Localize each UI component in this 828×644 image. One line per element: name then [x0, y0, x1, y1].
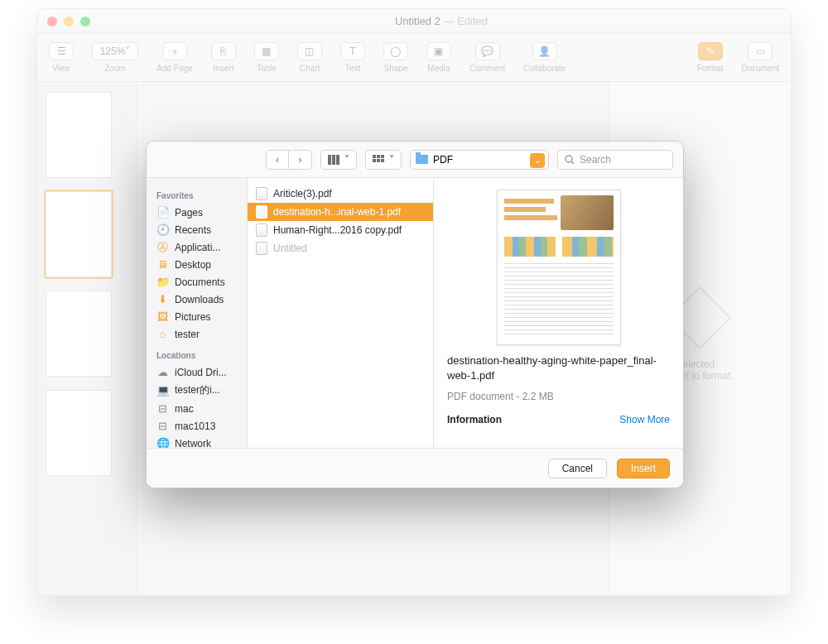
svg-point-9 — [566, 156, 572, 162]
sidebar-item-computer[interactable]: 💻tester的i... — [153, 381, 240, 400]
svg-rect-6 — [373, 159, 376, 162]
preview-meta: PDF document - 2.2 MB — [447, 391, 670, 402]
add-page-button[interactable]: ＋Add Page — [156, 42, 193, 73]
page-thumb-1[interactable]: 1 — [46, 92, 112, 178]
svg-rect-0 — [328, 155, 331, 165]
media-button[interactable]: ▣Media — [426, 42, 451, 73]
preview-thumbnail — [497, 190, 621, 345]
window-controls — [47, 17, 90, 26]
sidebar-item-desktop[interactable]: 🖥Desktop — [153, 256, 240, 273]
page-thumbnails[interactable]: 1 2 3 4 — [37, 82, 137, 595]
file-row[interactable]: Human-Right...2016 copy.pdf — [248, 221, 433, 239]
downloads-icon: ⬇ — [156, 293, 169, 305]
text-button[interactable]: TText — [340, 42, 365, 73]
search-icon — [565, 155, 575, 165]
cloud-icon: ☁ — [156, 366, 169, 378]
laptop-icon: 💻 — [156, 384, 169, 396]
titlebar: Untitled 2 — Edited — [37, 9, 791, 34]
file-chooser-toolbar: ‹ › ˅ ˅ PDF ⌄ Search — [147, 142, 683, 178]
preview-info-label: Information — [447, 414, 502, 425]
insert-button[interactable]: ⎘Insert — [211, 42, 236, 73]
zoom-window-button[interactable] — [80, 17, 90, 26]
sidebar-item-mac1013[interactable]: ⊟mac1013 — [153, 417, 240, 435]
back-button[interactable]: ‹ — [266, 150, 289, 170]
chevron-down-icon: ˅ — [389, 154, 394, 166]
file-row-selected[interactable]: destination-h...inal-web-1.pdf — [248, 203, 433, 221]
svg-rect-3 — [373, 155, 376, 158]
svg-rect-5 — [381, 155, 384, 158]
pages-icon: 📄 — [156, 206, 169, 219]
table-button[interactable]: ▦Table — [254, 42, 279, 73]
forward-button[interactable]: › — [289, 150, 312, 170]
sidebar-item-recents[interactable]: 🕘Recents — [153, 221, 240, 238]
file-chooser-footer: Cancel Insert — [147, 448, 683, 488]
zoom-dropdown[interactable]: 125% ˅Zoom — [92, 42, 138, 73]
page-thumb-2[interactable]: 2 — [46, 191, 112, 277]
search-placeholder: Search — [580, 154, 611, 166]
dropdown-chevron-icon: ⌄ — [530, 153, 545, 168]
sidebar-item-network[interactable]: 🌐Network — [153, 435, 240, 448]
svg-line-10 — [571, 161, 574, 164]
page-thumb-3[interactable]: 3 — [46, 291, 112, 377]
document-button[interactable]: ▭Document — [741, 42, 779, 73]
locations-header: Locations — [156, 351, 240, 360]
minimize-window-button[interactable] — [64, 17, 74, 26]
file-chooser-sidebar: Favorites 📄Pages 🕘Recents ⒶApplicati... … — [147, 178, 248, 448]
chevron-down-icon: ˅ — [344, 154, 349, 166]
disk-icon: ⊟ — [156, 402, 169, 415]
file-row-disabled: Untitled — [248, 239, 433, 257]
pictures-icon: 🖼 — [156, 310, 169, 323]
cancel-button[interactable]: Cancel — [548, 459, 607, 478]
folder-icon — [416, 155, 428, 164]
view-options-button[interactable]: ˅ — [365, 150, 402, 170]
globe-icon: 🌐 — [156, 437, 169, 448]
desktop-icon: 🖥 — [156, 258, 169, 271]
file-preview-pane: destination-healthy-aging-white-paper_fi… — [434, 178, 683, 448]
format-button[interactable]: ✎Format — [697, 42, 724, 73]
home-icon: ⌂ — [156, 328, 169, 340]
page-thumb-4[interactable]: 4 — [46, 390, 112, 476]
insert-button[interactable]: Insert — [617, 459, 670, 478]
chart-button[interactable]: ◫Chart — [297, 42, 322, 73]
file-list: Ariticle(3).pdf destination-h...inal-web… — [248, 178, 434, 448]
view-columns-button[interactable]: ˅ — [320, 150, 357, 170]
close-window-button[interactable] — [47, 17, 57, 26]
svg-rect-7 — [377, 159, 380, 162]
apps-icon: Ⓐ — [156, 241, 169, 253]
path-label: PDF — [433, 154, 453, 166]
path-dropdown[interactable]: PDF ⌄ — [410, 150, 549, 170]
svg-rect-8 — [381, 159, 384, 162]
file-chooser-dialog: ‹ › ˅ ˅ PDF ⌄ Search Favorites 📄Pages 🕘R… — [146, 141, 684, 488]
sidebar-item-documents[interactable]: 📁Documents — [153, 273, 240, 291]
window-title: Untitled 2 — Edited — [102, 15, 781, 27]
sidebar-item-applications[interactable]: ⒶApplicati... — [153, 238, 240, 256]
shape-button[interactable]: ◯Shape — [383, 42, 408, 73]
documents-icon: 📁 — [156, 276, 169, 288]
view-button[interactable]: ☰View — [49, 42, 74, 73]
file-icon — [256, 205, 267, 219]
preview-filename: destination-healthy-aging-white-paper_fi… — [447, 353, 670, 382]
favorites-header: Favorites — [156, 191, 240, 200]
file-row[interactable]: Ariticle(3).pdf — [248, 185, 433, 203]
sidebar-item-mac[interactable]: ⊟mac — [153, 400, 240, 417]
sidebar-item-pages[interactable]: 📄Pages — [153, 204, 240, 221]
nav-buttons: ‹ › — [266, 150, 312, 170]
clock-icon: 🕘 — [156, 223, 169, 236]
svg-rect-4 — [377, 155, 380, 158]
sidebar-item-downloads[interactable]: ⬇Downloads — [153, 291, 240, 308]
collaborate-button[interactable]: 👤Collaborate — [523, 42, 566, 73]
search-input[interactable]: Search — [557, 150, 673, 170]
sidebar-item-icloud[interactable]: ☁iCloud Dri... — [153, 363, 240, 381]
app-toolbar: ☰View 125% ˅Zoom ＋Add Page ⎘Insert ▦Tabl… — [37, 34, 791, 82]
file-icon — [256, 223, 267, 237]
svg-rect-2 — [336, 155, 339, 165]
sidebar-item-pictures[interactable]: 🖼Pictures — [153, 308, 240, 325]
show-more-link[interactable]: Show More — [619, 414, 670, 425]
sidebar-item-home[interactable]: ⌂tester — [153, 325, 240, 343]
file-icon — [256, 187, 267, 200]
svg-rect-1 — [332, 155, 335, 165]
comment-button[interactable]: 💬Comment — [469, 42, 505, 73]
file-icon — [256, 242, 267, 255]
disk-icon: ⊟ — [156, 420, 169, 432]
